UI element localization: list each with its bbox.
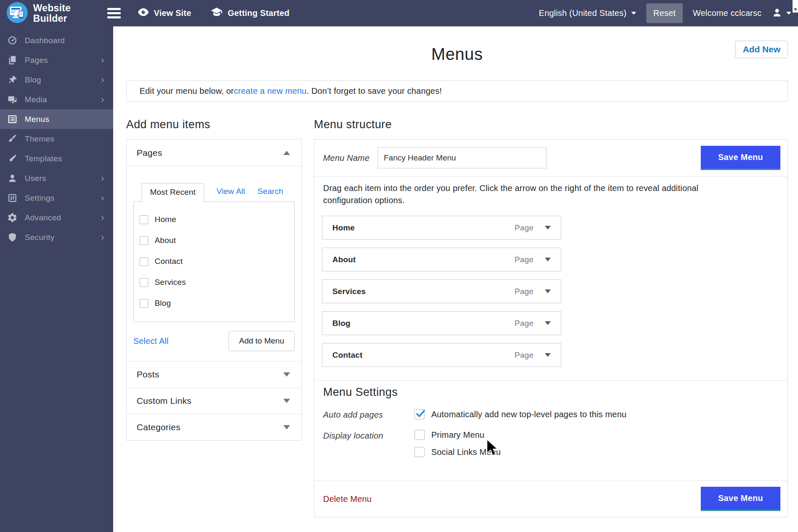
primary-menu-option[interactable]: Primary Menu	[415, 430, 501, 440]
view-site-link[interactable]: View Site	[137, 8, 191, 19]
menu-item-type: Page	[515, 223, 534, 232]
sidebar-item-themes[interactable]: Themes	[0, 129, 113, 149]
page-checkbox-row-services[interactable]: Services	[140, 272, 294, 293]
sidebar-item-media[interactable]: Media ›	[0, 90, 113, 109]
add-menu-items-heading: Add menu items	[126, 118, 302, 131]
checkbox-icon[interactable]	[415, 430, 425, 440]
banner-text: . Don’t forget to save your changes!	[306, 86, 442, 96]
menu-name-input[interactable]	[378, 147, 547, 168]
menu-item-type: Page	[515, 255, 534, 264]
save-menu-button-top[interactable]: Save Menu	[701, 146, 780, 170]
sidebar-item-dashboard[interactable]: Dashboard	[0, 31, 113, 50]
tab-most-recent[interactable]: Most Recent	[142, 183, 204, 202]
chevron-down-icon	[283, 372, 290, 377]
getting-started-link[interactable]: Getting Started	[210, 7, 289, 19]
menu-item-row-services[interactable]: Services Page	[322, 279, 561, 303]
app-logo[interactable]: Website Builder	[0, 2, 105, 25]
user-menu[interactable]	[772, 7, 791, 20]
sidebar-item-settings[interactable]: Settings ›	[0, 188, 113, 208]
chevron-down-icon	[631, 12, 636, 15]
tab-view-all[interactable]: View All	[217, 187, 245, 201]
menu-settings-section: Menu Settings Auto add pages Automatical…	[314, 380, 788, 480]
checkbox-icon[interactable]	[140, 236, 148, 245]
checkbox-label: Services	[155, 278, 186, 287]
create-new-menu-link[interactable]: create a new menu	[234, 86, 307, 96]
social-links-menu-option[interactable]: Social Links Menu	[415, 447, 501, 457]
checkbox-icon[interactable]	[140, 257, 148, 266]
page-checkbox-row-blog[interactable]: Blog	[140, 293, 294, 314]
add-new-button[interactable]: Add New	[735, 41, 788, 58]
select-all-link[interactable]: Select All	[133, 336, 168, 346]
accordion-categories[interactable]: Categories	[127, 414, 301, 440]
page-checkbox-row-about[interactable]: About	[140, 230, 294, 251]
view-site-label: View Site	[154, 8, 191, 18]
sidebar-item-blog[interactable]: Blog ›	[0, 70, 113, 90]
gear-icon	[7, 212, 18, 223]
menu-toggle-button[interactable]	[106, 6, 122, 20]
chevron-right-icon: ›	[101, 173, 105, 183]
checkbox-icon[interactable]	[140, 299, 148, 308]
tab-search[interactable]: Search	[258, 187, 283, 201]
menu-item-row-contact[interactable]: Contact Page	[322, 343, 561, 367]
pages-tabs: Most Recent View All Search	[133, 183, 295, 201]
auto-add-pages-option[interactable]: Automatically add new top-level pages to…	[415, 409, 627, 420]
save-menu-button-bottom[interactable]: Save Menu	[701, 487, 780, 511]
accordion-pages[interactable]: Pages	[127, 139, 301, 166]
add-to-menu-button[interactable]: Add to Menu	[228, 331, 295, 351]
location-label: Social Links Menu	[431, 447, 501, 457]
menu-item-type: Page	[515, 319, 534, 328]
check-icon	[415, 407, 427, 419]
checkbox-checked-icon[interactable]	[415, 409, 425, 419]
add-menu-items-section: Add menu items Pages Most Recent View Al…	[126, 118, 302, 441]
auto-add-option-label: Automatically add new top-level pages to…	[431, 410, 627, 419]
sidebar-item-label: Users	[25, 174, 46, 183]
checkbox-icon[interactable]	[415, 447, 425, 457]
sidebar-item-menus[interactable]: Menus	[0, 109, 113, 129]
checkbox-icon[interactable]	[140, 215, 148, 224]
language-selector[interactable]: English (United States)	[539, 8, 636, 18]
sidebar-item-security[interactable]: Security ›	[0, 227, 113, 247]
sidebar-item-advanced[interactable]: Advanced ›	[0, 208, 113, 227]
blog-icon	[7, 75, 18, 85]
chevron-down-icon	[283, 399, 290, 403]
page-title: Menus	[126, 26, 788, 64]
accordion-label: Posts	[137, 369, 159, 380]
chevron-down-icon[interactable]	[545, 258, 551, 261]
page-checkbox-row-home[interactable]: Home	[140, 209, 294, 230]
sidebar-item-pages[interactable]: Pages ›	[0, 50, 113, 70]
menu-item-label: About	[332, 255, 356, 264]
eye-icon	[137, 8, 149, 19]
user-icon	[772, 7, 782, 20]
checkbox-icon[interactable]	[140, 278, 148, 287]
sidebar-item-label: Settings	[25, 194, 54, 203]
display-location-label: Display location	[323, 430, 415, 457]
auto-add-pages-label: Auto add pages	[323, 409, 415, 420]
welcome-text: Welcome cclcarsc	[693, 8, 762, 18]
menu-item-row-about[interactable]: About Page	[322, 248, 561, 271]
checkbox-label: Blog	[155, 299, 171, 308]
accordion-label: Pages	[137, 148, 162, 158]
menu-item-label: Blog	[332, 319, 350, 328]
accordion-posts[interactable]: Posts	[127, 361, 301, 387]
sidebar-item-users[interactable]: Users ›	[0, 168, 113, 188]
menu-items-list: Home Page About Page	[314, 206, 788, 367]
chevron-down-icon[interactable]	[545, 353, 551, 357]
page-checkbox-row-contact[interactable]: Contact	[140, 251, 294, 272]
menu-item-row-blog[interactable]: Blog Page	[322, 311, 561, 335]
menu-item-label: Services	[332, 287, 366, 296]
sidebar-item-label: Pages	[25, 56, 48, 65]
delete-menu-link[interactable]: Delete Menu	[323, 494, 372, 504]
graduation-cap-icon	[210, 7, 223, 19]
sidebar-item-templates[interactable]: Templates	[0, 149, 113, 168]
menu-structure-panel: Menu Name Save Menu Drag each item into …	[314, 139, 788, 517]
accordion-custom-links[interactable]: Custom Links	[127, 387, 301, 414]
menu-item-row-home[interactable]: Home Page	[322, 216, 561, 240]
checkbox-label: Contact	[155, 257, 183, 266]
reset-button[interactable]: Reset	[646, 3, 683, 23]
sidebar-item-label: Templates	[25, 154, 62, 163]
chevron-down-icon[interactable]	[545, 321, 551, 325]
chevron-down-icon[interactable]	[545, 289, 551, 293]
dashboard-icon	[7, 35, 18, 46]
sidebar-item-label: Themes	[25, 134, 54, 144]
chevron-down-icon[interactable]	[545, 226, 551, 230]
